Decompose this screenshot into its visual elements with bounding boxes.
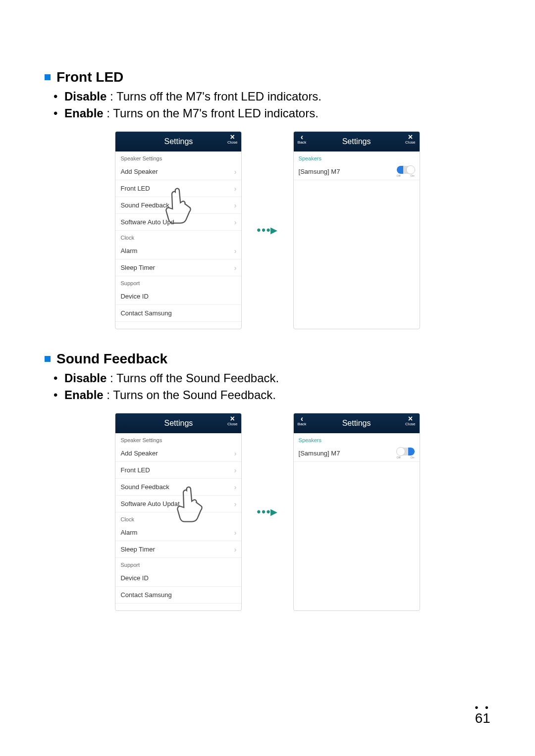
sound-feedback-enable-line: Enable : Turns on the Sound Feedback. — [64, 387, 490, 403]
row-front-led[interactable]: Front LED › — [115, 180, 241, 197]
close-button[interactable]: × Close — [405, 415, 415, 426]
heading-row: Front LED — [45, 69, 490, 85]
row-contact-samsung[interactable]: Contact Samsung — [115, 305, 241, 322]
label-software-update: Software Auto Updat — [120, 500, 179, 507]
phone-header: Settings × Close — [115, 413, 241, 433]
label-sleep-timer: Sleep Timer — [120, 264, 155, 271]
row-alarm[interactable]: Alarm › — [115, 524, 241, 541]
header-title: Settings — [164, 419, 193, 428]
chevron-right-icon: › — [234, 466, 237, 474]
label-contact-samsung: Contact Samsung — [120, 309, 171, 317]
flow-arrow-icon: •••▶ — [257, 505, 278, 518]
page-number-dots-icon: • • — [475, 705, 490, 710]
phone-speaker-detail: ‹ Back Settings × Close Speakers [Samsun… — [293, 131, 420, 329]
row-sound-feedback[interactable]: Sound Feedback › — [115, 197, 241, 214]
front-led-bullets: Disable : Turns off the M7's front LED i… — [45, 88, 490, 121]
enable-label: Enable — [64, 106, 104, 120]
back-label: Back — [298, 422, 307, 426]
header-title: Settings — [164, 137, 193, 146]
enable-label: Enable — [64, 388, 104, 402]
close-label: Close — [405, 141, 415, 145]
chevron-right-icon: › — [234, 218, 237, 226]
row-sleep-timer[interactable]: Sleep Timer › — [115, 259, 241, 276]
disable-label: Disable — [64, 90, 107, 103]
sound-feedback-bullets: Disable : Turns off the Sound Feedback. … — [45, 370, 490, 403]
label-software-update: Software Auto Upd — [120, 218, 174, 226]
group-speaker-settings: Speaker Settings — [115, 433, 241, 445]
close-button[interactable]: × Close — [227, 134, 237, 145]
phone-settings-list: Settings × Close Speaker Settings Add Sp… — [115, 413, 242, 611]
group-support: Support — [115, 558, 241, 570]
row-software-update[interactable]: Software Auto Updat › — [115, 496, 241, 512]
row-contact-samsung[interactable]: Contact Samsung — [115, 587, 241, 604]
label-sleep-timer: Sleep Timer — [120, 546, 155, 553]
row-m7-toggle: [Samsung] M7 Off On — [294, 445, 420, 462]
chevron-right-icon: › — [234, 500, 237, 508]
enable-text: : Turns on the M7's front LED indicators… — [104, 106, 319, 120]
disable-label: Disable — [64, 371, 107, 385]
toggle-on-label: On — [411, 174, 415, 177]
header-title: Settings — [342, 137, 371, 146]
toggle-off-label: Off — [397, 456, 401, 459]
label-sound-feedback: Sound Feedback — [120, 483, 169, 491]
phone-header: Settings × Close — [115, 132, 241, 151]
toggle-wrap: Off On — [397, 166, 415, 177]
toggle-on-label: On — [411, 456, 415, 459]
sound-feedback-screens: Settings × Close Speaker Settings Add Sp… — [45, 413, 490, 611]
row-m7-toggle: [Samsung] M7 Off On — [294, 163, 420, 180]
toggle-front-led[interactable] — [397, 166, 415, 174]
close-button[interactable]: × Close — [227, 415, 237, 426]
flow-arrow-icon: •••▶ — [257, 224, 278, 237]
close-label: Close — [227, 141, 237, 145]
group-clock: Clock — [115, 512, 241, 524]
chevron-left-icon: ‹ — [301, 415, 303, 422]
page-number: • • 61 — [475, 705, 490, 726]
phone-header: ‹ Back Settings × Close — [294, 132, 420, 151]
back-button[interactable]: ‹ Back — [298, 415, 307, 426]
chevron-right-icon: › — [234, 450, 237, 457]
front-led-screens: Settings × Close Speaker Settings Add Sp… — [45, 131, 490, 329]
phone-settings-list: Settings × Close Speaker Settings Add Sp… — [115, 131, 242, 329]
label-front-led: Front LED — [120, 466, 150, 474]
row-add-speaker[interactable]: Add Speaker › — [115, 163, 241, 180]
row-device-id[interactable]: Device ID — [115, 288, 241, 305]
phone-speaker-detail: ‹ Back Settings × Close Speakers [Samsun… — [293, 413, 420, 611]
row-front-led[interactable]: Front LED › — [115, 462, 241, 479]
chevron-right-icon: › — [234, 529, 237, 537]
label-m7-device: [Samsung] M7 — [299, 168, 340, 175]
toggle-knob — [406, 165, 415, 174]
toggle-knob — [396, 447, 405, 456]
row-alarm[interactable]: Alarm › — [115, 243, 241, 259]
close-icon: × — [408, 415, 413, 422]
sound-feedback-disable-line: Disable : Turns off the Sound Feedback. — [64, 370, 490, 387]
chevron-left-icon: ‹ — [301, 134, 303, 141]
group-speakers: Speakers — [294, 433, 420, 445]
label-alarm: Alarm — [120, 529, 137, 536]
back-button[interactable]: ‹ Back — [298, 134, 307, 145]
toggle-sound-feedback[interactable] — [397, 448, 415, 455]
section-front-led: Front LED Disable : Turns off the M7's f… — [45, 69, 490, 329]
front-led-disable-line: Disable : Turns off the M7's front LED i… — [64, 88, 490, 105]
row-sound-feedback[interactable]: Sound Feedback › — [115, 479, 241, 496]
close-label: Close — [405, 422, 415, 426]
chevron-right-icon: › — [234, 185, 237, 193]
label-alarm: Alarm — [120, 247, 137, 254]
label-device-id: Device ID — [120, 293, 148, 300]
chevron-right-icon: › — [234, 546, 237, 554]
row-device-id[interactable]: Device ID — [115, 570, 241, 587]
phone-header: ‹ Back Settings × Close — [294, 413, 420, 433]
toggle-wrap: Off On — [397, 448, 415, 459]
chevron-right-icon: › — [234, 168, 237, 176]
group-clock: Clock — [115, 231, 241, 243]
page-number-value: 61 — [475, 710, 490, 726]
row-sleep-timer[interactable]: Sleep Timer › — [115, 541, 241, 558]
close-icon: × — [408, 134, 413, 141]
label-front-led: Front LED — [120, 185, 150, 192]
label-add-speaker: Add Speaker — [120, 168, 158, 175]
toggle-off-label: Off — [397, 174, 401, 177]
close-button[interactable]: × Close — [405, 134, 415, 145]
row-software-update[interactable]: Software Auto Upd › — [115, 214, 241, 231]
label-contact-samsung: Contact Samsung — [120, 591, 171, 599]
row-add-speaker[interactable]: Add Speaker › — [115, 445, 241, 462]
close-icon: × — [230, 134, 235, 141]
